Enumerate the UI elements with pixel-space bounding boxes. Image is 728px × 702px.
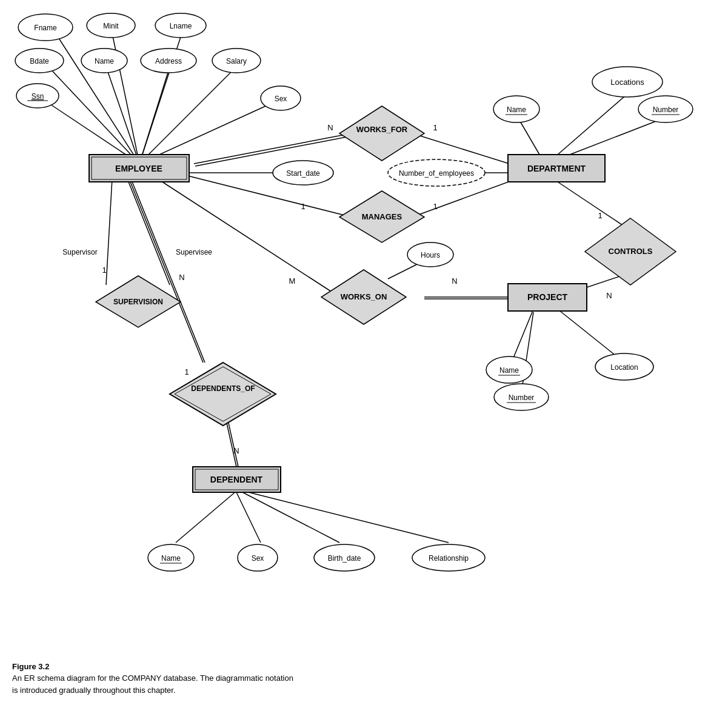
svg-text:Birth_date: Birth_date (328, 554, 361, 563)
svg-text:Lname: Lname (170, 22, 192, 30)
caption-line1: An ER schema diagram for the COMPANY dat… (12, 674, 293, 683)
svg-text:N: N (452, 276, 457, 286)
svg-text:Supervisee: Supervisee (176, 248, 212, 256)
svg-text:DEPARTMENT: DEPARTMENT (527, 164, 586, 173)
svg-text:Location: Location (610, 363, 638, 372)
svg-text:Name: Name (499, 366, 519, 375)
svg-text:1: 1 (102, 266, 106, 275)
svg-line-34 (176, 491, 236, 543)
svg-line-19 (106, 179, 112, 285)
svg-text:Address: Address (155, 57, 182, 65)
svg-line-7 (39, 97, 139, 164)
svg-line-14 (570, 118, 664, 155)
svg-text:Name: Name (95, 57, 114, 65)
svg-line-29 (558, 309, 618, 358)
svg-text:Ssn: Ssn (32, 92, 44, 101)
svg-text:Bdate: Bdate (30, 57, 49, 65)
svg-text:Locations: Locations (610, 78, 644, 87)
svg-text:Sex: Sex (275, 95, 287, 103)
svg-text:1: 1 (433, 202, 437, 211)
svg-line-22 (132, 182, 205, 363)
svg-text:Name: Name (507, 105, 526, 114)
svg-line-11 (412, 133, 509, 164)
svg-text:1: 1 (598, 211, 602, 220)
svg-text:Supervisor: Supervisor (62, 248, 97, 256)
svg-line-37 (249, 492, 449, 543)
svg-text:M: M (289, 276, 296, 286)
svg-text:WORKS_FOR: WORKS_FOR (356, 125, 408, 134)
svg-text:Hours: Hours (421, 251, 440, 259)
svg-text:N: N (606, 291, 612, 300)
svg-text:WORKS_ON: WORKS_ON (341, 292, 387, 301)
svg-line-20 (127, 179, 170, 285)
svg-text:Relationship: Relationship (429, 554, 469, 563)
svg-line-3 (45, 64, 139, 164)
svg-text:Start_date: Start_date (286, 169, 320, 178)
svg-line-9 (194, 133, 352, 164)
svg-text:CONTROLS: CONTROLS (609, 247, 653, 256)
svg-text:Salary: Salary (226, 57, 247, 65)
svg-line-21 (130, 182, 203, 363)
svg-line-30 (558, 182, 630, 230)
svg-text:Number: Number (509, 393, 535, 402)
figure-title: Figure 3.2 (12, 662, 49, 671)
svg-line-10 (195, 136, 353, 166)
svg-text:Name: Name (161, 554, 181, 563)
svg-text:DEPENDENTS_OF: DEPENDENTS_OF (191, 384, 255, 393)
svg-text:1: 1 (433, 123, 437, 132)
svg-marker-59 (175, 367, 271, 421)
svg-text:Number: Number (653, 105, 679, 114)
svg-text:Minit: Minit (103, 22, 119, 30)
svg-line-13 (518, 118, 539, 155)
svg-text:SUPERVISION: SUPERVISION (113, 298, 163, 306)
caption-line2: is introduced gradually throughout this … (12, 686, 176, 695)
svg-text:EMPLOYEE: EMPLOYEE (115, 164, 162, 173)
svg-text:MANAGES: MANAGES (362, 212, 402, 221)
figure-caption: Figure 3.2 An ER schema diagram for the … (12, 661, 293, 697)
svg-text:1: 1 (301, 202, 305, 211)
svg-text:PROJECT: PROJECT (527, 292, 568, 302)
svg-line-4 (106, 67, 139, 164)
svg-text:Number_of_employees: Number_of_employees (399, 169, 474, 178)
er-diagram-container: EMPLOYEE DEPARTMENT PROJECT DEPENDENT WO… (0, 0, 728, 661)
svg-text:N: N (179, 273, 184, 282)
svg-text:1: 1 (184, 367, 189, 376)
svg-text:Fname: Fname (34, 24, 57, 32)
svg-line-6 (139, 67, 236, 164)
svg-text:N: N (327, 123, 333, 132)
svg-text:Sex: Sex (252, 554, 264, 563)
svg-text:N: N (233, 446, 239, 455)
svg-text:DEPENDENT: DEPENDENT (210, 475, 263, 484)
